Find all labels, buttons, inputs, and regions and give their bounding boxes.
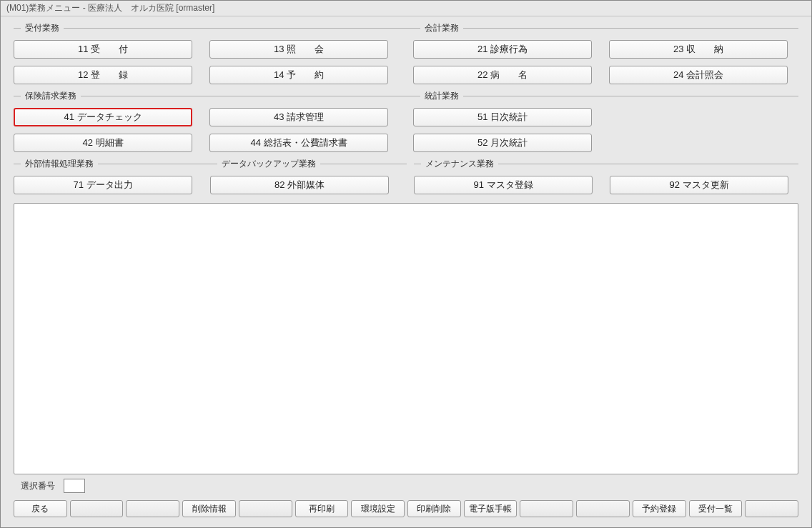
window-titlebar: (M01)業務メニュー - 医療法人 オルカ医院 [ormaster] [1, 1, 811, 16]
legend-external: 外部情報処理業務 [21, 158, 98, 170]
btn-empty-1[interactable] [70, 500, 124, 517]
legend-backup: データバックアップ業務 [217, 158, 320, 170]
btn-13-inquiry[interactable]: 13 照 会 [209, 40, 388, 59]
legend-accounting: 会計業務 [420, 22, 463, 34]
btn-empty-3[interactable] [239, 500, 292, 517]
btn-42-statement[interactable]: 42 明細書 [14, 134, 192, 152]
btn-empty-5[interactable] [576, 500, 630, 517]
btn-reserve-register[interactable]: 予約登録 [633, 500, 686, 517]
btn-empty-6[interactable] [745, 500, 798, 517]
btn-11-reception[interactable]: 11 受 付 [14, 40, 192, 59]
btn-41-data-check[interactable]: 41 データチェック [14, 108, 192, 126]
btn-82-external-media[interactable]: 82 外部媒体 [210, 176, 389, 194]
group-accounting: 会計業務 21 診療行為 23 収 納 22 病 名 24 会計照会 [413, 22, 798, 89]
select-number-label: 選択番号 [21, 480, 55, 492]
btn-44-summary[interactable]: 44 総括表・公費請求書 [209, 134, 388, 152]
legend-maintenance: メンテナンス業務 [421, 158, 498, 170]
select-number-input[interactable] [64, 479, 85, 493]
legend-statistics: 統計業務 [420, 90, 463, 102]
btn-reprint[interactable]: 再印刷 [295, 500, 349, 517]
legend-reception: 受付業務 [21, 22, 64, 34]
btn-env-settings[interactable]: 環境設定 [351, 500, 405, 517]
btn-empty-2[interactable] [126, 500, 179, 517]
btn-24-account-inquiry[interactable]: 24 会計照会 [609, 66, 788, 84]
btn-91-master-register[interactable]: 91 マスタ登録 [414, 176, 593, 194]
group-statistics: 統計業務 51 日次統計 52 月次統計 [413, 90, 798, 156]
btn-12-register[interactable]: 12 登 録 [14, 66, 192, 84]
btn-reception-list[interactable]: 受付一覧 [689, 500, 743, 517]
legend-insurance: 保険請求業務 [21, 90, 81, 102]
btn-empty-4[interactable] [520, 500, 573, 517]
btn-43-billing-mgmt[interactable]: 43 請求管理 [209, 108, 388, 126]
btn-22-disease[interactable]: 22 病 名 [413, 66, 592, 84]
window-title: (M01)業務メニュー - 医療法人 オルカ医院 [ormaster] [6, 2, 214, 14]
group-reception: 受付業務 11 受 付 13 照 会 12 登 録 14 予 約 [14, 22, 413, 89]
btn-ebook[interactable]: 電子版手帳 [464, 500, 518, 517]
group-maintenance: メンテナンス業務 91 マスタ登録 92 マスタ更新 [414, 158, 798, 199]
btn-delete-info[interactable]: 削除情報 [182, 500, 236, 517]
group-insurance: 保険請求業務 41 データチェック 43 請求管理 42 明細書 44 総括表・… [14, 90, 413, 156]
btn-92-master-update[interactable]: 92 マスタ更新 [610, 176, 788, 194]
btn-71-data-output[interactable]: 71 データ出力 [14, 176, 192, 194]
bottom-toolbar: 戻る 削除情報 再印刷 環境設定 印刷削除 電子版手帳 予約登録 受付一覧 [14, 500, 798, 522]
message-area[interactable] [14, 203, 798, 474]
btn-back[interactable]: 戻る [14, 500, 67, 517]
btn-14-reserve[interactable]: 14 予 約 [209, 66, 388, 84]
group-backup: データバックアップ業務 82 外部媒体 [210, 158, 407, 199]
group-external: 外部情報処理業務 71 データ出力 [14, 158, 210, 199]
btn-51-daily-stats[interactable]: 51 日次統計 [413, 108, 592, 126]
btn-print-delete[interactable]: 印刷削除 [407, 500, 461, 517]
btn-21-treatment[interactable]: 21 診療行為 [413, 40, 592, 59]
btn-23-receipt[interactable]: 23 収 納 [609, 40, 788, 59]
btn-52-monthly-stats[interactable]: 52 月次統計 [413, 134, 592, 152]
